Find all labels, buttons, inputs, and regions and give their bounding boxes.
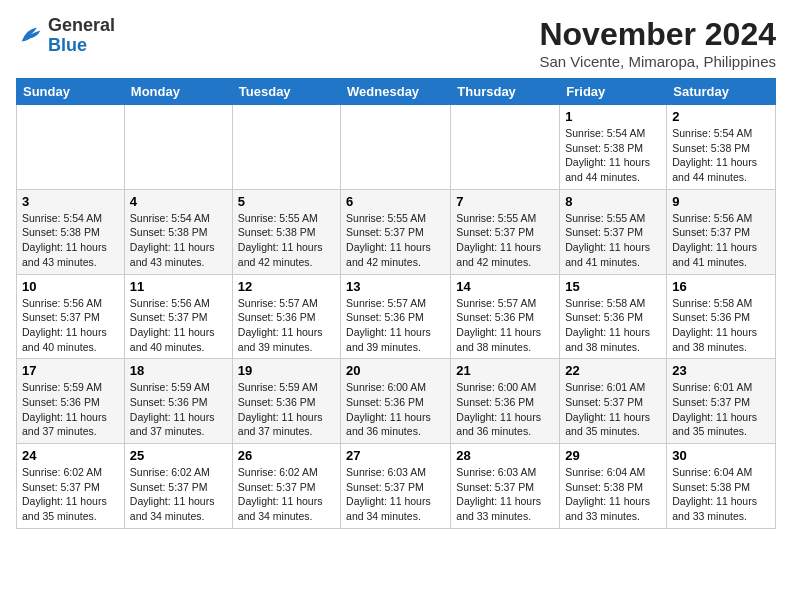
day-number: 9	[672, 194, 770, 209]
day-number: 2	[672, 109, 770, 124]
day-info: Sunrise: 5:56 AM Sunset: 5:37 PM Dayligh…	[22, 296, 119, 355]
calendar-table: SundayMondayTuesdayWednesdayThursdayFrid…	[16, 78, 776, 529]
day-number: 27	[346, 448, 445, 463]
calendar-cell	[451, 105, 560, 190]
calendar-cell: 2Sunrise: 5:54 AM Sunset: 5:38 PM Daylig…	[667, 105, 776, 190]
page-header: General Blue November 2024 San Vicente, …	[16, 16, 776, 70]
day-info: Sunrise: 5:54 AM Sunset: 5:38 PM Dayligh…	[672, 126, 770, 185]
day-info: Sunrise: 5:57 AM Sunset: 5:36 PM Dayligh…	[238, 296, 335, 355]
calendar-cell: 12Sunrise: 5:57 AM Sunset: 5:36 PM Dayli…	[232, 274, 340, 359]
calendar-cell: 30Sunrise: 6:04 AM Sunset: 5:38 PM Dayli…	[667, 444, 776, 529]
day-info: Sunrise: 6:01 AM Sunset: 5:37 PM Dayligh…	[672, 380, 770, 439]
calendar-cell: 21Sunrise: 6:00 AM Sunset: 5:36 PM Dayli…	[451, 359, 560, 444]
calendar-cell: 23Sunrise: 6:01 AM Sunset: 5:37 PM Dayli…	[667, 359, 776, 444]
day-number: 12	[238, 279, 335, 294]
day-info: Sunrise: 6:04 AM Sunset: 5:38 PM Dayligh…	[672, 465, 770, 524]
calendar-cell: 8Sunrise: 5:55 AM Sunset: 5:37 PM Daylig…	[560, 189, 667, 274]
weekday-header-thursday: Thursday	[451, 79, 560, 105]
day-number: 11	[130, 279, 227, 294]
day-info: Sunrise: 5:59 AM Sunset: 5:36 PM Dayligh…	[130, 380, 227, 439]
calendar-cell: 28Sunrise: 6:03 AM Sunset: 5:37 PM Dayli…	[451, 444, 560, 529]
calendar-cell: 13Sunrise: 5:57 AM Sunset: 5:36 PM Dayli…	[341, 274, 451, 359]
calendar-cell: 14Sunrise: 5:57 AM Sunset: 5:36 PM Dayli…	[451, 274, 560, 359]
day-info: Sunrise: 6:02 AM Sunset: 5:37 PM Dayligh…	[238, 465, 335, 524]
calendar-cell: 11Sunrise: 5:56 AM Sunset: 5:37 PM Dayli…	[124, 274, 232, 359]
weekday-header-row: SundayMondayTuesdayWednesdayThursdayFrid…	[17, 79, 776, 105]
day-number: 4	[130, 194, 227, 209]
day-number: 18	[130, 363, 227, 378]
day-number: 13	[346, 279, 445, 294]
calendar-cell: 29Sunrise: 6:04 AM Sunset: 5:38 PM Dayli…	[560, 444, 667, 529]
calendar-week-row: 3Sunrise: 5:54 AM Sunset: 5:38 PM Daylig…	[17, 189, 776, 274]
day-info: Sunrise: 5:54 AM Sunset: 5:38 PM Dayligh…	[565, 126, 661, 185]
day-number: 24	[22, 448, 119, 463]
calendar-cell: 16Sunrise: 5:58 AM Sunset: 5:36 PM Dayli…	[667, 274, 776, 359]
day-info: Sunrise: 6:02 AM Sunset: 5:37 PM Dayligh…	[22, 465, 119, 524]
day-info: Sunrise: 5:57 AM Sunset: 5:36 PM Dayligh…	[346, 296, 445, 355]
day-number: 14	[456, 279, 554, 294]
day-number: 16	[672, 279, 770, 294]
calendar-week-row: 17Sunrise: 5:59 AM Sunset: 5:36 PM Dayli…	[17, 359, 776, 444]
day-info: Sunrise: 5:59 AM Sunset: 5:36 PM Dayligh…	[238, 380, 335, 439]
calendar-week-row: 10Sunrise: 5:56 AM Sunset: 5:37 PM Dayli…	[17, 274, 776, 359]
day-number: 5	[238, 194, 335, 209]
day-number: 7	[456, 194, 554, 209]
day-info: Sunrise: 5:56 AM Sunset: 5:37 PM Dayligh…	[672, 211, 770, 270]
location-subtitle: San Vicente, Mimaropa, Philippines	[539, 53, 776, 70]
day-info: Sunrise: 6:01 AM Sunset: 5:37 PM Dayligh…	[565, 380, 661, 439]
calendar-cell: 25Sunrise: 6:02 AM Sunset: 5:37 PM Dayli…	[124, 444, 232, 529]
day-number: 10	[22, 279, 119, 294]
weekday-header-wednesday: Wednesday	[341, 79, 451, 105]
day-info: Sunrise: 5:54 AM Sunset: 5:38 PM Dayligh…	[22, 211, 119, 270]
calendar-cell: 1Sunrise: 5:54 AM Sunset: 5:38 PM Daylig…	[560, 105, 667, 190]
day-info: Sunrise: 6:04 AM Sunset: 5:38 PM Dayligh…	[565, 465, 661, 524]
calendar-cell	[341, 105, 451, 190]
logo: General Blue	[16, 16, 115, 56]
calendar-cell: 5Sunrise: 5:55 AM Sunset: 5:38 PM Daylig…	[232, 189, 340, 274]
calendar-cell: 19Sunrise: 5:59 AM Sunset: 5:36 PM Dayli…	[232, 359, 340, 444]
calendar-cell: 7Sunrise: 5:55 AM Sunset: 5:37 PM Daylig…	[451, 189, 560, 274]
day-number: 1	[565, 109, 661, 124]
day-info: Sunrise: 5:58 AM Sunset: 5:36 PM Dayligh…	[672, 296, 770, 355]
day-number: 22	[565, 363, 661, 378]
day-number: 28	[456, 448, 554, 463]
calendar-week-row: 24Sunrise: 6:02 AM Sunset: 5:37 PM Dayli…	[17, 444, 776, 529]
day-number: 26	[238, 448, 335, 463]
day-info: Sunrise: 5:55 AM Sunset: 5:37 PM Dayligh…	[346, 211, 445, 270]
day-number: 21	[456, 363, 554, 378]
calendar-cell: 18Sunrise: 5:59 AM Sunset: 5:36 PM Dayli…	[124, 359, 232, 444]
day-info: Sunrise: 6:00 AM Sunset: 5:36 PM Dayligh…	[456, 380, 554, 439]
day-number: 29	[565, 448, 661, 463]
calendar-cell: 15Sunrise: 5:58 AM Sunset: 5:36 PM Dayli…	[560, 274, 667, 359]
day-info: Sunrise: 5:57 AM Sunset: 5:36 PM Dayligh…	[456, 296, 554, 355]
calendar-cell: 9Sunrise: 5:56 AM Sunset: 5:37 PM Daylig…	[667, 189, 776, 274]
title-block: November 2024 San Vicente, Mimaropa, Phi…	[539, 16, 776, 70]
day-info: Sunrise: 6:02 AM Sunset: 5:37 PM Dayligh…	[130, 465, 227, 524]
calendar-cell: 6Sunrise: 5:55 AM Sunset: 5:37 PM Daylig…	[341, 189, 451, 274]
calendar-cell: 10Sunrise: 5:56 AM Sunset: 5:37 PM Dayli…	[17, 274, 125, 359]
day-number: 19	[238, 363, 335, 378]
day-info: Sunrise: 5:54 AM Sunset: 5:38 PM Dayligh…	[130, 211, 227, 270]
day-number: 25	[130, 448, 227, 463]
calendar-cell: 22Sunrise: 6:01 AM Sunset: 5:37 PM Dayli…	[560, 359, 667, 444]
calendar-cell: 24Sunrise: 6:02 AM Sunset: 5:37 PM Dayli…	[17, 444, 125, 529]
calendar-cell: 17Sunrise: 5:59 AM Sunset: 5:36 PM Dayli…	[17, 359, 125, 444]
day-number: 3	[22, 194, 119, 209]
calendar-cell: 27Sunrise: 6:03 AM Sunset: 5:37 PM Dayli…	[341, 444, 451, 529]
day-number: 8	[565, 194, 661, 209]
weekday-header-tuesday: Tuesday	[232, 79, 340, 105]
weekday-header-sunday: Sunday	[17, 79, 125, 105]
calendar-cell	[232, 105, 340, 190]
day-number: 30	[672, 448, 770, 463]
calendar-week-row: 1Sunrise: 5:54 AM Sunset: 5:38 PM Daylig…	[17, 105, 776, 190]
calendar-cell: 3Sunrise: 5:54 AM Sunset: 5:38 PM Daylig…	[17, 189, 125, 274]
weekday-header-monday: Monday	[124, 79, 232, 105]
calendar-cell: 26Sunrise: 6:02 AM Sunset: 5:37 PM Dayli…	[232, 444, 340, 529]
day-number: 23	[672, 363, 770, 378]
day-info: Sunrise: 6:00 AM Sunset: 5:36 PM Dayligh…	[346, 380, 445, 439]
day-number: 20	[346, 363, 445, 378]
calendar-cell: 20Sunrise: 6:00 AM Sunset: 5:36 PM Dayli…	[341, 359, 451, 444]
day-info: Sunrise: 6:03 AM Sunset: 5:37 PM Dayligh…	[346, 465, 445, 524]
day-info: Sunrise: 5:58 AM Sunset: 5:36 PM Dayligh…	[565, 296, 661, 355]
month-year-title: November 2024	[539, 16, 776, 53]
